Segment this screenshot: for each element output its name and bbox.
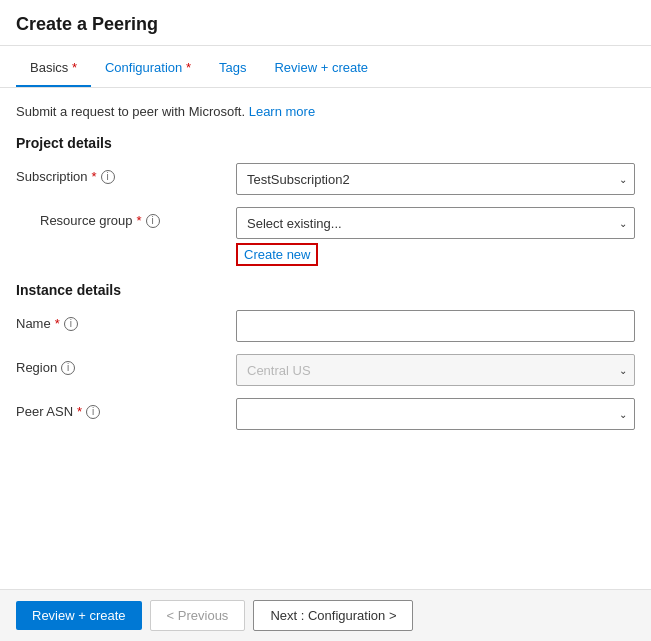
resource-group-select-wrapper: Select existing... ⌄ [236,207,635,239]
subscription-info-icon[interactable]: i [101,170,115,184]
subscription-label: Subscription * i [16,163,236,184]
tab-configuration[interactable]: Configuration [91,50,205,87]
region-row: Region i Central US ⌄ [16,354,635,386]
footer-bar: Review + create < Previous Next : Config… [0,589,651,641]
learn-more-link[interactable]: Learn more [249,104,315,119]
subscription-required-star: * [92,169,97,184]
resource-group-wrapper: Select existing... ⌄ Create new [236,207,635,266]
peer-asn-select[interactable] [236,398,635,430]
resource-group-required-star: * [137,213,142,228]
subscription-control: TestSubscription2 ⌄ [236,163,635,195]
subscription-row: Subscription * i TestSubscription2 ⌄ [16,163,635,195]
peer-asn-required-star: * [77,404,82,419]
tab-tags[interactable]: Tags [205,50,260,87]
tab-basics[interactable]: Basics [16,50,91,87]
resource-group-row: Resource group * i Select existing... ⌄ … [16,207,635,266]
peer-asn-control: ⌄ [236,398,635,430]
resource-group-control: Select existing... ⌄ Create new [236,207,635,266]
subscription-select-wrapper: TestSubscription2 ⌄ [236,163,635,195]
info-line: Submit a request to peer with Microsoft.… [16,104,635,119]
name-required-star: * [55,316,60,331]
tab-bar: Basics Configuration Tags Review + creat… [0,50,651,88]
tab-review-create[interactable]: Review + create [260,50,382,87]
next-button[interactable]: Next : Configuration > [253,600,413,631]
region-control: Central US ⌄ [236,354,635,386]
resource-group-info-icon[interactable]: i [146,214,160,228]
region-select[interactable]: Central US [236,354,635,386]
name-row: Name * i [16,310,635,342]
region-info-icon[interactable]: i [61,361,75,375]
project-details-title: Project details [16,135,635,151]
previous-button[interactable]: < Previous [150,600,246,631]
page-title: Create a Peering [16,14,158,34]
page-header: Create a Peering [0,0,651,46]
peer-asn-info-icon[interactable]: i [86,405,100,419]
region-select-wrapper: Central US ⌄ [236,354,635,386]
peer-asn-label: Peer ASN * i [16,398,236,419]
resource-group-select[interactable]: Select existing... [236,207,635,239]
resource-group-label: Resource group * i [16,207,236,228]
main-content: Submit a request to peer with Microsoft.… [0,88,651,589]
name-label: Name * i [16,310,236,331]
instance-details-title: Instance details [16,282,635,298]
review-create-button[interactable]: Review + create [16,601,142,630]
name-control [236,310,635,342]
subscription-select[interactable]: TestSubscription2 [236,163,635,195]
create-new-link[interactable]: Create new [236,243,318,266]
peer-asn-row: Peer ASN * i ⌄ [16,398,635,430]
name-input[interactable] [236,310,635,342]
region-label: Region i [16,354,236,375]
peer-asn-select-wrapper: ⌄ [236,398,635,430]
name-info-icon[interactable]: i [64,317,78,331]
